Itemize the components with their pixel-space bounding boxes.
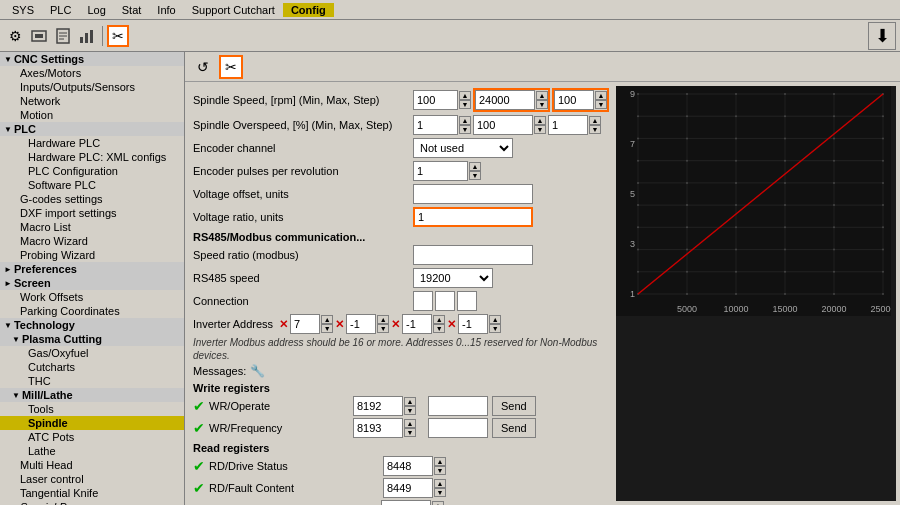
encoder-pulses-up[interactable]: ▲ [469,162,481,171]
sidebar-spindle[interactable]: Spindle [0,416,184,430]
inv-val2-down[interactable]: ▼ [377,324,389,333]
sidebar-software-plc[interactable]: Software PLC [0,178,184,192]
inv-val1-down[interactable]: ▼ [321,324,333,333]
inv-val2[interactable] [346,314,376,334]
menu-info[interactable]: Info [149,3,183,17]
sidebar-gcodes[interactable]: G-codes settings [0,192,184,206]
rd-fault-up[interactable]: ▲ [434,479,446,488]
connection-input3[interactable] [457,291,477,311]
rd-fault-down[interactable]: ▼ [434,488,446,497]
rd-fault-input[interactable]: 8449 [383,478,433,498]
sidebar-dxf[interactable]: DXF import settings [0,206,184,220]
spindle-speed-min-up[interactable]: ▲ [459,91,471,100]
sidebar-parking[interactable]: Parking Coordinates [0,304,184,318]
spindle-speed-min-input[interactable]: 100 [413,90,458,110]
wr-freq-input[interactable]: 8193 [353,418,403,438]
sidebar-macro-list[interactable]: Macro List [0,220,184,234]
sidebar-screen[interactable]: ► Screen [0,276,184,290]
sidebar-inputs[interactable]: Inputs/Outputs/Sensors [0,80,184,94]
sidebar-preferences[interactable]: ► Preferences [0,262,184,276]
inv-x3[interactable]: ✕ [391,318,400,331]
rs485-speed-select[interactable]: 19200 [413,268,493,288]
inv-x2[interactable]: ✕ [335,318,344,331]
sidebar-laser[interactable]: Laser control [0,472,184,486]
sidebar-hardware-plc[interactable]: Hardware PLC [0,136,184,150]
sidebar-plc-config[interactable]: PLC Configuration [0,164,184,178]
sidebar-multi-head[interactable]: Multi Head [0,458,184,472]
menu-config[interactable]: Config [283,3,334,17]
overspeed-min-input[interactable]: 1 [413,115,458,135]
inv-val2-up[interactable]: ▲ [377,315,389,324]
sidebar-technology[interactable]: ▼ Technology [0,318,184,332]
sidebar-work-offsets[interactable]: Work Offsets [0,290,184,304]
connection-input2[interactable] [435,291,455,311]
toolbar-stat-icon[interactable] [76,25,98,47]
spindle-speed-max-input[interactable]: 24000 [475,90,535,110]
spindle-speed-step-down[interactable]: ▼ [595,100,607,109]
spindle-speed-step-input[interactable]: 100 [554,90,594,110]
sidebar-axes-motors[interactable]: Axes/Motors [0,66,184,80]
encoder-pulses-down[interactable]: ▼ [469,171,481,180]
toolbar-config-icon[interactable]: ✂ [107,25,129,47]
sidebar-plc[interactable]: ▼ PLC [0,122,184,136]
wr-operate-send[interactable]: Send [492,396,536,416]
voltage-ratio-input[interactable]: 1 [413,207,533,227]
toolbar-download-icon[interactable]: ⬇ [868,22,896,50]
wr-freq-extra[interactable] [428,418,488,438]
spindle-speed-max-down[interactable]: ▼ [536,100,548,109]
sidebar-plasma[interactable]: ▼ Plasma Cutting [0,332,184,346]
sidebar-tangential[interactable]: Tangential Knife [0,486,184,500]
wr-freq-up[interactable]: ▲ [404,419,416,428]
rd-drive-input[interactable]: 8448 [383,456,433,476]
wr-operate-up[interactable]: ▲ [404,397,416,406]
sidebar-network[interactable]: Network [0,94,184,108]
menu-sys[interactable]: SYS [4,3,42,17]
inv-x1[interactable]: ✕ [279,318,288,331]
config-active-btn[interactable]: ✂ [219,55,243,79]
inv-val3[interactable] [402,314,432,334]
toolbar-plc-icon[interactable] [28,25,50,47]
toolbar-sys-icon[interactable]: ⚙ [4,25,26,47]
sidebar-macro-wizard[interactable]: Macro Wizard [0,234,184,248]
sidebar-atc-pots[interactable]: ATC Pots [0,430,184,444]
overspeed-min-up[interactable]: ▲ [459,116,471,125]
messages-icon[interactable]: 🔧 [250,364,265,378]
connection-input1[interactable] [413,291,433,311]
overspeed-max-input[interactable]: 100 [473,115,533,135]
inv-val3-up[interactable]: ▲ [433,315,445,324]
wr-freq-send[interactable]: Send [492,418,536,438]
overspeed-step-down[interactable]: ▼ [589,125,601,134]
overspeed-max-up[interactable]: ▲ [534,116,546,125]
inv-val4[interactable] [458,314,488,334]
menu-plc[interactable]: PLC [42,3,79,17]
rd-drive-up[interactable]: ▲ [434,457,446,466]
overspeed-step-input[interactable]: 1 [548,115,588,135]
overspeed-step-up[interactable]: ▲ [589,116,601,125]
sidebar-lathe[interactable]: Lathe [0,444,184,458]
menu-log[interactable]: Log [79,3,113,17]
inv-val4-down[interactable]: ▼ [489,324,501,333]
spindle-speed-min-down[interactable]: ▼ [459,100,471,109]
sidebar-cutcharts[interactable]: Cutcharts [0,360,184,374]
rd-freq-ref-input[interactable]: 8450 [381,500,431,505]
sidebar-probing[interactable]: Probing Wizard [0,248,184,262]
overspeed-min-down[interactable]: ▼ [459,125,471,134]
spindle-speed-max-up[interactable]: ▲ [536,91,548,100]
sidebar-cnc-settings[interactable]: ▼ CNC Settings [0,52,184,66]
sidebar-tools[interactable]: Tools [0,402,184,416]
toolbar-log-icon[interactable] [52,25,74,47]
encoder-channel-select[interactable]: Not used [413,138,513,158]
rd-freq-ref-up[interactable]: ▲ [432,501,444,505]
inv-val1[interactable] [290,314,320,334]
rd-drive-down[interactable]: ▼ [434,466,446,475]
inv-val3-down[interactable]: ▼ [433,324,445,333]
wr-operate-down[interactable]: ▼ [404,406,416,415]
inv-x4[interactable]: ✕ [447,318,456,331]
wr-freq-down[interactable]: ▼ [404,428,416,437]
config-reset-btn[interactable]: ↺ [191,55,215,79]
wr-operate-extra[interactable] [428,396,488,416]
voltage-offset-input[interactable] [413,184,533,204]
sidebar-motion[interactable]: Motion [0,108,184,122]
sidebar-mill-lathe[interactable]: ▼ Mill/Lathe [0,388,184,402]
sidebar-gas-oxyfuel[interactable]: Gas/Oxyfuel [0,346,184,360]
